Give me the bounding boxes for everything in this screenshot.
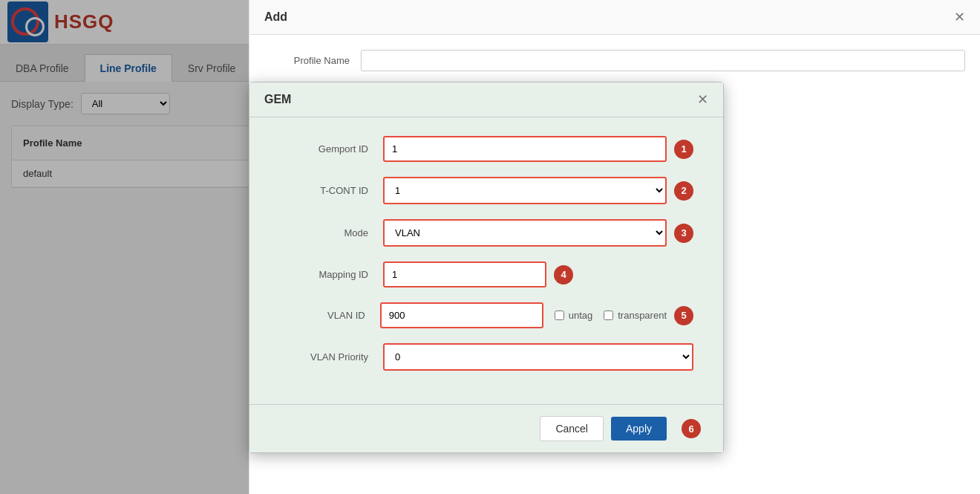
mapping-id-label: Mapping ID bbox=[279, 269, 383, 280]
step-badge-2: 2 bbox=[674, 181, 693, 201]
mode-label: Mode bbox=[279, 227, 383, 238]
gem-modal-header: GEM ✕ bbox=[249, 82, 723, 117]
transparent-label: transparent bbox=[618, 310, 667, 321]
untag-checkbox-group: untag bbox=[555, 310, 593, 321]
mode-row: Mode VLAN TLS IP-Host 3 bbox=[279, 219, 693, 247]
gemport-id-input[interactable] bbox=[383, 136, 667, 162]
gem-modal-footer: Cancel Apply 6 bbox=[249, 404, 723, 452]
vlan-id-group: untag transparent bbox=[380, 302, 667, 328]
apply-button[interactable]: Apply bbox=[611, 417, 667, 441]
gemport-id-row: Gemport ID 1 bbox=[279, 136, 693, 162]
mapping-id-row: Mapping ID 4 bbox=[279, 261, 693, 287]
vlan-id-input[interactable] bbox=[380, 302, 543, 328]
step-badge-5: 5 bbox=[674, 306, 693, 325]
gem-modal-body: Gemport ID 1 T-CONT ID 1 2 3 4 2 Mode VL… bbox=[249, 117, 723, 404]
gem-modal-close-button[interactable]: ✕ bbox=[697, 91, 708, 108]
untag-checkbox[interactable] bbox=[555, 311, 564, 320]
transparent-checkbox-group: transparent bbox=[604, 310, 667, 321]
gem-modal: GEM ✕ Gemport ID 1 T-CONT ID 1 2 3 4 2 M… bbox=[249, 82, 724, 453]
add-modal-title: Add bbox=[264, 10, 287, 24]
gemport-id-label: Gemport ID bbox=[279, 143, 383, 155]
step-badge-3: 3 bbox=[674, 224, 693, 243]
mapping-id-input[interactable] bbox=[383, 261, 546, 287]
tcont-id-row: T-CONT ID 1 2 3 4 2 bbox=[279, 177, 693, 204]
tcont-id-select[interactable]: 1 2 3 4 bbox=[383, 177, 667, 204]
transparent-checkbox[interactable] bbox=[604, 311, 613, 320]
step-badge-6: 6 bbox=[682, 419, 701, 438]
mode-select[interactable]: VLAN TLS IP-Host bbox=[383, 219, 667, 247]
add-modal-header: Add ✕ bbox=[249, 0, 980, 35]
profile-name-label: Profile Name bbox=[264, 55, 361, 66]
add-modal-close-button[interactable]: ✕ bbox=[954, 9, 965, 25]
vlan-id-row: VLAN ID untag transparent 5 bbox=[279, 302, 693, 328]
vlan-priority-label: VLAN Priority bbox=[279, 351, 383, 363]
vlan-priority-select[interactable]: 0 1 2 3 4 5 6 7 bbox=[383, 343, 693, 371]
step-badge-4: 4 bbox=[554, 265, 573, 285]
vlan-priority-row: VLAN Priority 0 1 2 3 4 5 6 7 bbox=[279, 343, 693, 371]
profile-name-input[interactable] bbox=[361, 50, 965, 71]
untag-label: untag bbox=[569, 310, 593, 321]
step-badge-1: 1 bbox=[674, 140, 693, 159]
cancel-button[interactable]: Cancel bbox=[540, 416, 604, 441]
profile-name-row: Profile Name bbox=[264, 50, 965, 71]
tcont-id-label: T-CONT ID bbox=[279, 185, 383, 196]
gem-modal-title: GEM bbox=[264, 93, 291, 106]
vlan-id-label: VLAN ID bbox=[279, 310, 380, 321]
